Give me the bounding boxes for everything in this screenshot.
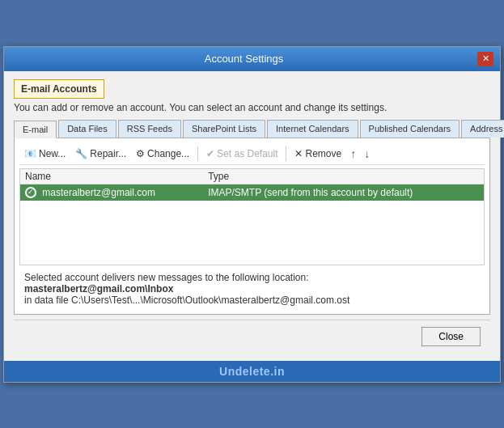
change-icon: ⚙ [136, 148, 145, 159]
tab-data-files[interactable]: Data Files [58, 120, 116, 138]
watermark-text: Undelete.in [219, 365, 285, 378]
accounts-table: Name Type masteralbertz@gmail.com IMAP/S… [20, 169, 484, 201]
col-type-header: Type [203, 169, 484, 184]
account-name-cell: masteralbertz@gmail.com [20, 184, 203, 201]
window-title: Account Settings [11, 53, 477, 65]
col-name-header: Name [20, 169, 203, 184]
bottom-buttons: Close [14, 320, 490, 353]
window-body: E-mail Accounts You can add or remove an… [4, 71, 500, 361]
repair-button[interactable]: 🔧 Repair... [72, 146, 129, 161]
tab-rss-feeds[interactable]: RSS Feeds [118, 120, 181, 138]
email-panel: 📧 New... 🔧 Repair... ⚙ Change... ✔ Set a… [14, 138, 490, 315]
close-button[interactable]: Close [421, 327, 481, 346]
account-default-icon [25, 187, 36, 198]
toolbar: 📧 New... 🔧 Repair... ⚙ Change... ✔ Set a… [19, 143, 485, 165]
repair-icon: 🔧 [75, 148, 87, 159]
tab-address-books[interactable]: Address Books [461, 120, 504, 138]
selected-data-file: in data file C:\Users\Test\...\Microsoft… [24, 295, 480, 306]
close-window-button[interactable]: ✕ [477, 52, 493, 66]
set-default-icon: ✔ [206, 148, 214, 159]
description-text: You can add or remove an account. You ca… [14, 102, 490, 113]
email-accounts-badge: E-mail Accounts [14, 79, 104, 99]
move-down-button[interactable]: ↓ [362, 146, 372, 161]
watermark-bar: Undelete.in [4, 361, 500, 382]
new-icon: 📧 [24, 148, 36, 159]
selected-info-prefix: Selected account delivers new messages t… [24, 272, 480, 283]
move-up-button[interactable]: ↑ [348, 146, 358, 161]
selected-mailbox: masteralbertz@gmail.com\Inbox [24, 283, 480, 295]
set-default-button[interactable]: ✔ Set as Default [203, 146, 281, 161]
remove-button[interactable]: ✕ Remove [291, 146, 345, 161]
tab-sharepoint-lists[interactable]: SharePoint Lists [183, 120, 265, 138]
tab-email[interactable]: E-mail [14, 121, 57, 138]
selected-account-info: Selected account delivers new messages t… [19, 265, 485, 309]
table-row[interactable]: masteralbertz@gmail.com IMAP/SMTP (send … [20, 184, 484, 201]
account-type-cell: IMAP/SMTP (send from this account by def… [203, 184, 484, 201]
toolbar-separator-2 [286, 146, 286, 161]
new-button[interactable]: 📧 New... [21, 146, 69, 161]
account-settings-window: Account Settings ✕ E-mail Accounts You c… [3, 46, 501, 383]
remove-icon: ✕ [294, 148, 303, 159]
tabs-container: E-mail Data Files RSS Feeds SharePoint L… [14, 120, 490, 138]
tab-internet-calendars[interactable]: Internet Calendars [267, 120, 358, 138]
change-button[interactable]: ⚙ Change... [133, 146, 193, 161]
accounts-table-area: Name Type masteralbertz@gmail.com IMAP/S… [19, 168, 485, 265]
tab-published-calendars[interactable]: Published Calendars [360, 120, 460, 138]
toolbar-separator [197, 146, 198, 161]
title-bar: Account Settings ✕ [4, 47, 500, 71]
